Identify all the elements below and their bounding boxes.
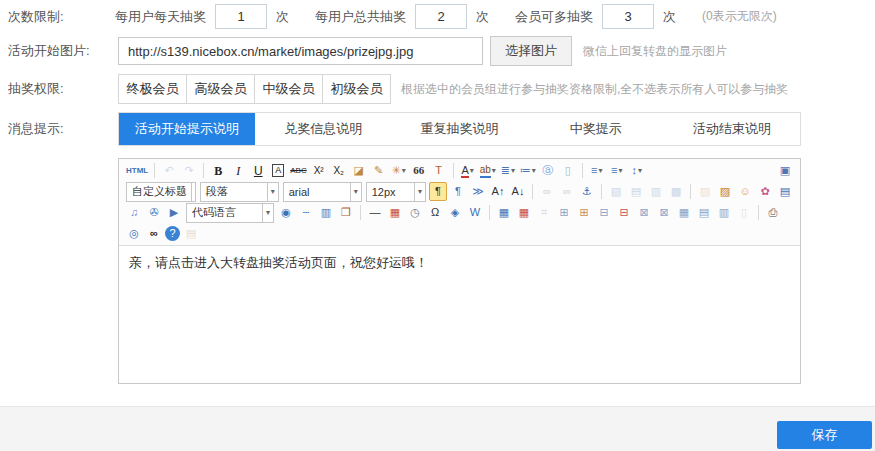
anchor-button[interactable]: ⚓ — [578, 182, 596, 201]
insert-media-icon: ▤ — [780, 186, 790, 197]
member-group-button[interactable]: 高级会员 — [186, 74, 255, 104]
insert-col-right-button[interactable]: ⊟ — [615, 203, 633, 222]
daily-limit-input[interactable] — [215, 4, 267, 29]
page-break-icon: ┄ — [303, 207, 310, 218]
insert-flash-button[interactable]: ✇ — [145, 203, 163, 222]
bold-button[interactable]: B — [209, 161, 227, 180]
insert-map-button[interactable]: ◈ — [446, 203, 464, 222]
insert-time-button[interactable]: ◷ — [406, 203, 424, 222]
insert-table-button[interactable]: ▦ — [495, 203, 513, 222]
total-limit-input[interactable] — [415, 4, 467, 29]
message-tab[interactable]: 重复抽奖说明 — [391, 113, 527, 145]
table-properties-icon: ▥ — [719, 207, 729, 218]
align-left-button[interactable]: ≡▾ — [588, 161, 606, 180]
page-break-button[interactable]: ┄ — [297, 203, 315, 222]
source-code-button[interactable]: HTML — [125, 161, 149, 180]
split-cells-button[interactable]: ▤ — [695, 203, 713, 222]
delete-col-button[interactable]: ⊠ — [655, 203, 673, 222]
total-limit-unit: 次 — [476, 8, 489, 26]
member-group-button[interactable]: 终极会员 — [118, 74, 187, 104]
insert-date-button[interactable]: ▦ — [386, 203, 404, 222]
redo-button: ↷ — [180, 161, 198, 180]
indent-button[interactable]: ≫ — [469, 182, 487, 201]
named-anchor-button[interactable]: ⓐ — [539, 161, 557, 180]
message-tab[interactable]: 活动结束说明 — [664, 113, 800, 145]
paragraph-select[interactable]: 段落▾ — [200, 182, 279, 202]
word-import-button[interactable]: W — [466, 203, 484, 222]
paint-tool-button[interactable]: ✿ — [756, 182, 774, 201]
line-height-button[interactable]: ↕▾ — [628, 161, 646, 180]
print-icon: ⎙ — [769, 207, 778, 218]
paste-as-text-button[interactable]: T — [430, 161, 448, 180]
message-tab[interactable]: 中奖提示 — [528, 113, 664, 145]
insert-media-button[interactable]: ▤ — [776, 182, 794, 201]
quick-format-icon: ✳ — [392, 165, 401, 176]
font-size-down-button[interactable]: A↓ — [509, 182, 527, 201]
find-replace-button[interactable]: ∞ — [145, 224, 163, 243]
blockquote-button[interactable]: 66 — [410, 161, 428, 180]
upload-image-button[interactable]: ▨ — [716, 182, 734, 201]
new-page-button[interactable]: ▯ — [559, 161, 577, 180]
insert-row-below-button[interactable]: ⊞ — [575, 203, 593, 222]
ordered-list-button[interactable]: ≣▾ — [499, 161, 517, 180]
superscript-button[interactable]: X² — [310, 161, 328, 180]
quick-format-button[interactable]: ✳▾ — [390, 161, 408, 180]
delete-row-button[interactable]: ⊠ — [635, 203, 653, 222]
toolbar-separator — [758, 205, 759, 220]
remove-format-button[interactable]: ◪ — [350, 161, 368, 180]
remove-link-icon: ∞ — [563, 186, 571, 197]
code-language-select[interactable]: 代码语言▾ — [186, 203, 274, 223]
merge-cells-button[interactable]: ▦ — [675, 203, 693, 222]
member-group-button[interactable]: 中级会员 — [254, 74, 323, 104]
unordered-list-button[interactable]: ≔▾ — [519, 161, 537, 180]
dropdown-caret-icon: ▾ — [470, 167, 474, 175]
underline-button[interactable]: U — [249, 161, 267, 180]
insert-video-button[interactable]: ▶ — [165, 203, 183, 222]
special-char-button[interactable]: Ω — [426, 203, 444, 222]
start-image-url-input[interactable] — [118, 37, 483, 65]
underline-icon: U — [254, 165, 263, 177]
delete-table-button[interactable]: ▦ — [515, 203, 533, 222]
member-group-button[interactable]: 初级会员 — [322, 74, 391, 104]
font-color-button[interactable]: A▾ — [459, 161, 477, 180]
message-tab[interactable]: 活动开始提示说明 — [119, 113, 255, 145]
help-button[interactable]: ? — [165, 226, 180, 241]
insert-code-button[interactable]: ◉ — [277, 203, 295, 222]
subscript-button[interactable]: X₂ — [330, 161, 348, 180]
message-tab[interactable]: 兑奖信息说明 — [255, 113, 391, 145]
source-code-icon: HTML — [126, 167, 148, 175]
editor-content-area[interactable]: 亲，请点击进入大转盘抽奖活动页面，祝您好运哦！ — [119, 246, 800, 383]
daily-limit-group: 每用户每天抽奖 次 — [115, 4, 315, 29]
insert-col-left-button[interactable]: ⊟ — [595, 203, 613, 222]
undo-icon: ↶ — [165, 165, 174, 176]
font-family-select[interactable]: arial▾ — [283, 182, 362, 202]
insert-row-above-button[interactable]: ⊞ — [555, 203, 573, 222]
fullscreen-button[interactable]: ▣ — [776, 161, 794, 180]
cell-properties-icon: ⌗ — [541, 207, 547, 218]
highlight-color-button[interactable]: ab▾ — [479, 161, 497, 180]
strikethrough-button[interactable]: ABC — [289, 161, 307, 180]
quick-note-button[interactable]: ❐ — [337, 203, 355, 222]
superscript-icon: X² — [314, 166, 324, 176]
font-frame-button[interactable]: A — [269, 161, 287, 180]
insert-hr-button[interactable]: — — [366, 203, 384, 222]
insert-hr-icon: — — [370, 207, 381, 218]
two-columns-button[interactable]: ▥ — [317, 203, 335, 222]
message-tabs-label: 消息提示: — [8, 112, 114, 146]
save-button[interactable]: 保存 — [777, 421, 872, 449]
ltr-paragraph-button[interactable]: ¶ — [429, 182, 447, 201]
font-size-select[interactable]: 12px▾ — [366, 182, 426, 202]
italic-button[interactable]: I — [229, 161, 247, 180]
format-brush-button[interactable]: ✎ — [370, 161, 388, 180]
preview-button[interactable]: ◎ — [125, 224, 143, 243]
pick-image-button[interactable]: 选择图片 — [490, 36, 572, 66]
print-button[interactable]: ⎙ — [764, 203, 782, 222]
emoticons-button[interactable]: ☺ — [736, 182, 754, 201]
heading-select[interactable]: 自定义标题▾ — [126, 182, 196, 202]
table-properties-button[interactable]: ▥ — [715, 203, 733, 222]
font-size-up-button[interactable]: A↑ — [489, 182, 507, 201]
member-extra-limit-input[interactable] — [602, 4, 654, 29]
align-center-button[interactable]: ≡▾ — [608, 161, 626, 180]
insert-music-button[interactable]: ♫ — [125, 203, 143, 222]
rtl-paragraph-button[interactable]: ¶ — [449, 182, 467, 201]
